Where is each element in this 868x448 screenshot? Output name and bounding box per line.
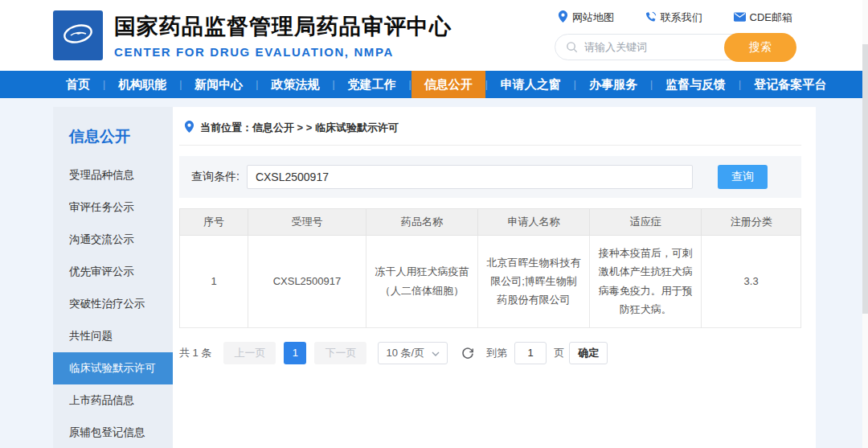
- col-header-drug-name: 药品名称: [366, 209, 477, 236]
- sitemap-link[interactable]: 网站地图: [558, 10, 614, 25]
- search-icon: [566, 41, 578, 53]
- nav-item-party-building[interactable]: 党建工作: [335, 71, 409, 98]
- goto-page-suffix: 页: [554, 346, 564, 360]
- nav-item-supervision-feedback[interactable]: 监督与反馈: [653, 71, 739, 98]
- col-header-acceptance-no: 受理号: [248, 209, 366, 236]
- quick-links: 网站地图 联系我们 CDE邮箱: [555, 10, 796, 25]
- page-size-select[interactable]: 10 条/页: [378, 342, 448, 364]
- results-table: 序号 受理号 药品名称 申请人名称 适应症 注册分类 1 CXSL2500917…: [179, 208, 801, 328]
- goto-page-prefix: 到第: [486, 346, 507, 360]
- pagination-total: 共 1 条: [179, 346, 211, 360]
- cell-drug-name: 冻干人用狂犬病疫苗（人二倍体细胞）: [366, 236, 477, 328]
- cde-mail-link[interactable]: CDE邮箱: [734, 10, 792, 25]
- sidebar-item-review-tasks[interactable]: 审评任务公示: [53, 191, 173, 224]
- query-input[interactable]: [247, 165, 693, 189]
- site-search: 搜索: [555, 34, 796, 60]
- phone-icon: [645, 11, 657, 25]
- page-size-value: 10 条/页: [386, 346, 424, 360]
- goto-confirm-button[interactable]: 确定: [569, 342, 608, 364]
- col-header-registration-class: 注册分类: [702, 209, 801, 236]
- cde-swoosh-icon: [59, 15, 96, 55]
- col-header-indication: 适应症: [590, 209, 702, 236]
- content-panel: 当前位置：信息公开 > > 临床试验默示许可 查询条件: 查询 序号 受理号 药…: [173, 107, 816, 448]
- site-header: 国家药品监督管理局药品审评中心 CENTER FOR DRUG EVALUATI…: [0, 0, 868, 71]
- breadcrumb: 当前位置：信息公开 > > 临床试验默示许可: [179, 115, 801, 146]
- cde-logo: [53, 10, 103, 60]
- cell-indication: 接种本疫苗后，可刺激机体产生抗狂犬病病毒免疫力。用于预防狂犬病。: [590, 236, 702, 328]
- nav-item-applicant-window[interactable]: 申请人之窗: [488, 71, 574, 98]
- prev-page-button[interactable]: 上一页: [223, 342, 276, 364]
- table-header-row: 序号 受理号 药品名称 申请人名称 适应症 注册分类: [180, 209, 801, 236]
- brand: 国家药品监督管理局药品审评中心 CENTER FOR DRUG EVALUATI…: [53, 10, 452, 60]
- breadcrumb-text: 当前位置：信息公开 > > 临床试验默示许可: [200, 121, 399, 135]
- next-page-button[interactable]: 下一页: [314, 342, 366, 364]
- query-bar: 查询条件: 查询: [179, 156, 801, 198]
- page-number-1[interactable]: 1: [284, 342, 306, 364]
- site-search-button[interactable]: 搜索: [724, 33, 796, 62]
- location-pin-icon: [184, 121, 194, 135]
- contact-link[interactable]: 联系我们: [645, 10, 702, 25]
- nav-item-news-center[interactable]: 新闻中心: [182, 71, 256, 98]
- sidebar: 信息公开 受理品种信息 审评任务公示 沟通交流公示 优先审评公示 突破性治疗公示…: [53, 107, 173, 448]
- sidebar-item-accepted-products[interactable]: 受理品种信息: [53, 159, 173, 191]
- nav-item-info-disclosure[interactable]: 信息公开: [411, 71, 485, 98]
- header-utilities: 网站地图 联系我们 CDE邮箱 搜索: [555, 10, 796, 60]
- sidebar-item-communication[interactable]: 沟通交流公示: [53, 224, 173, 256]
- cell-registration-class: 3.3: [702, 236, 801, 328]
- scrollbar-thumb[interactable]: [862, 44, 868, 314]
- nav-item-home[interactable]: 首页: [53, 71, 103, 98]
- site-title: 国家药品监督管理局药品审评中心: [114, 12, 452, 41]
- query-label: 查询条件:: [191, 170, 240, 184]
- pagination: 共 1 条 上一页 1 下一页 10 条/页 到第 页 确定: [179, 342, 801, 364]
- nav-item-org-functions[interactable]: 机构职能: [105, 71, 179, 98]
- cell-index: 1: [180, 236, 248, 328]
- sidebar-item-marketed-drugs[interactable]: 上市药品信息: [53, 384, 173, 417]
- contact-label: 联系我们: [661, 10, 702, 25]
- goto-page-input[interactable]: [514, 342, 547, 364]
- site-subtitle: CENTER FOR DRUG EVALUATION, NMPA: [114, 45, 452, 59]
- sitemap-label: 网站地图: [572, 10, 614, 25]
- sidebar-item-breakthrough-therapy[interactable]: 突破性治疗公示: [53, 288, 173, 320]
- cde-mail-label: CDE邮箱: [750, 10, 792, 25]
- col-header-applicant: 申请人名称: [478, 209, 590, 236]
- sidebar-item-excipients-registration[interactable]: 原辅包登记信息: [53, 417, 173, 448]
- cell-acceptance-no: CXSL2500917: [248, 236, 366, 328]
- nav-item-services[interactable]: 办事服务: [576, 71, 650, 98]
- cell-applicant: 北京百晖生物科技有限公司;博晖生物制药股份有限公司: [478, 236, 590, 328]
- sidebar-item-clinical-trial-implied-license[interactable]: 临床试验默示许可: [53, 352, 173, 384]
- vertical-scrollbar[interactable]: [862, 0, 868, 448]
- chevron-down-icon: [432, 347, 440, 359]
- sidebar-title: 信息公开: [53, 107, 173, 159]
- sidebar-item-priority-review[interactable]: 优先审评公示: [53, 256, 173, 288]
- nav-item-policies[interactable]: 政策法规: [258, 71, 332, 98]
- table-row: 1 CXSL2500917 冻干人用狂犬病疫苗（人二倍体细胞） 北京百晖生物科技…: [180, 236, 801, 328]
- sidebar-item-common-issues[interactable]: 共性问题: [53, 320, 173, 352]
- query-button[interactable]: 查询: [718, 165, 768, 189]
- location-pin-icon: [558, 10, 568, 25]
- mail-icon: [734, 12, 746, 24]
- main-nav: 首页 | 机构职能 | 新闻中心 | 政策法规 | 党建工作 | 信息公开 | …: [0, 71, 862, 98]
- col-header-index: 序号: [180, 209, 248, 236]
- refresh-icon[interactable]: [461, 347, 474, 360]
- site-search-input[interactable]: [584, 41, 721, 53]
- brand-text: 国家药品监督管理局药品审评中心 CENTER FOR DRUG EVALUATI…: [114, 12, 452, 59]
- page-body: 信息公开 受理品种信息 审评任务公示 沟通交流公示 优先审评公示 突破性治疗公示…: [0, 98, 862, 448]
- nav-item-registration-platform[interactable]: 登记备案平台: [741, 71, 839, 98]
